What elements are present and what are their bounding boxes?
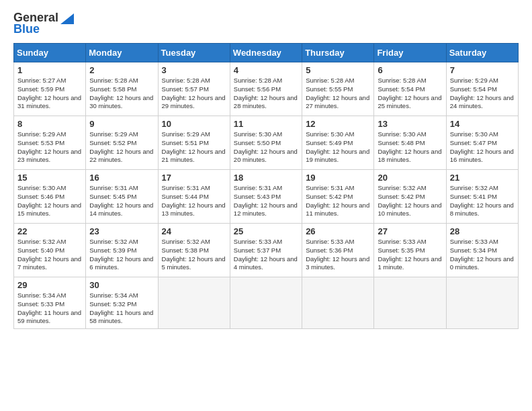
day-number: 5 <box>306 65 370 75</box>
cell-info: Sunrise: 5:28 AMSunset: 5:54 PMDaylight:… <box>378 77 442 111</box>
calendar-row-3: 15Sunrise: 5:30 AMSunset: 5:46 PMDayligh… <box>14 170 519 224</box>
calendar-cell-4-6: 28Sunrise: 5:33 AMSunset: 5:34 PMDayligh… <box>446 224 518 277</box>
weekday-header-row: SundayMondayTuesdayWednesdayThursdayFrid… <box>14 44 519 62</box>
calendar-row-5: 29Sunrise: 5:34 AMSunset: 5:33 PMDayligh… <box>14 277 519 329</box>
calendar-cell-4-1: 23Sunrise: 5:32 AMSunset: 5:39 PMDayligh… <box>86 224 158 277</box>
cell-info: Sunrise: 5:31 AMSunset: 5:44 PMDaylight:… <box>162 184 226 218</box>
page: General Blue SundayMondayTuesdayWednesda… <box>0 0 532 411</box>
cell-info: Sunrise: 5:32 AMSunset: 5:42 PMDaylight:… <box>378 184 442 218</box>
day-number: 27 <box>378 226 442 236</box>
cell-info: Sunrise: 5:28 AMSunset: 5:57 PMDaylight:… <box>162 77 226 111</box>
day-number: 23 <box>89 226 154 236</box>
calendar-cell-5-1: 30Sunrise: 5:34 AMSunset: 5:32 PMDayligh… <box>86 277 158 329</box>
day-number: 7 <box>450 65 515 75</box>
calendar-cell-4-0: 22Sunrise: 5:32 AMSunset: 5:40 PMDayligh… <box>14 224 86 277</box>
weekday-header-thursday: Thursday <box>302 44 374 62</box>
calendar-cell-2-2: 10Sunrise: 5:29 AMSunset: 5:51 PMDayligh… <box>158 116 230 170</box>
calendar-cell-5-4 <box>302 277 374 329</box>
day-number: 10 <box>162 119 226 129</box>
weekday-header-sunday: Sunday <box>14 44 86 62</box>
calendar-cell-2-6: 14Sunrise: 5:30 AMSunset: 5:47 PMDayligh… <box>446 116 518 170</box>
calendar-cell-5-3 <box>230 277 302 329</box>
day-number: 13 <box>378 119 442 129</box>
calendar-cell-3-5: 20Sunrise: 5:32 AMSunset: 5:42 PMDayligh… <box>374 170 446 224</box>
day-number: 9 <box>89 119 154 129</box>
cell-info: Sunrise: 5:29 AMSunset: 5:51 PMDaylight:… <box>162 130 226 165</box>
calendar-cell-5-0: 29Sunrise: 5:34 AMSunset: 5:33 PMDayligh… <box>14 277 86 329</box>
day-number: 28 <box>450 226 515 236</box>
calendar-cell-4-3: 25Sunrise: 5:33 AMSunset: 5:37 PMDayligh… <box>230 224 302 277</box>
svg-marker-0 <box>60 13 74 24</box>
calendar-cell-5-2 <box>158 277 230 329</box>
cell-info: Sunrise: 5:32 AMSunset: 5:39 PMDaylight:… <box>89 238 154 272</box>
calendar-cell-4-5: 27Sunrise: 5:33 AMSunset: 5:35 PMDayligh… <box>374 224 446 277</box>
cell-info: Sunrise: 5:30 AMSunset: 5:48 PMDaylight:… <box>378 130 442 165</box>
calendar-cell-1-4: 5Sunrise: 5:28 AMSunset: 5:55 PMDaylight… <box>302 62 374 116</box>
cell-info: Sunrise: 5:33 AMSunset: 5:34 PMDaylight:… <box>450 238 515 272</box>
cell-info: Sunrise: 5:29 AMSunset: 5:53 PMDaylight:… <box>17 130 82 165</box>
weekday-header-friday: Friday <box>374 44 446 62</box>
day-number: 25 <box>234 226 298 236</box>
calendar-cell-2-0: 8Sunrise: 5:29 AMSunset: 5:53 PMDaylight… <box>14 116 86 170</box>
calendar-cell-2-4: 12Sunrise: 5:30 AMSunset: 5:49 PMDayligh… <box>302 116 374 170</box>
cell-info: Sunrise: 5:32 AMSunset: 5:40 PMDaylight:… <box>17 238 82 272</box>
cell-info: Sunrise: 5:29 AMSunset: 5:52 PMDaylight:… <box>89 130 154 165</box>
day-number: 8 <box>17 119 82 129</box>
logo-arrow-icon <box>59 12 74 24</box>
calendar-cell-3-1: 16Sunrise: 5:31 AMSunset: 5:45 PMDayligh… <box>86 170 158 224</box>
day-number: 14 <box>450 119 515 129</box>
day-number: 24 <box>162 226 226 236</box>
calendar-cell-4-2: 24Sunrise: 5:32 AMSunset: 5:38 PMDayligh… <box>158 224 230 277</box>
header: General Blue <box>13 11 519 36</box>
cell-info: Sunrise: 5:30 AMSunset: 5:50 PMDaylight:… <box>234 130 298 165</box>
day-number: 17 <box>162 173 226 183</box>
weekday-header-wednesday: Wednesday <box>230 44 302 62</box>
calendar-cell-2-3: 11Sunrise: 5:30 AMSunset: 5:50 PMDayligh… <box>230 116 302 170</box>
weekday-header-saturday: Saturday <box>446 44 518 62</box>
cell-info: Sunrise: 5:33 AMSunset: 5:36 PMDaylight:… <box>306 238 370 272</box>
calendar-cell-1-6: 7Sunrise: 5:29 AMSunset: 5:54 PMDaylight… <box>446 62 518 116</box>
day-number: 1 <box>17 65 82 75</box>
logo-blue-text: Blue <box>13 22 40 36</box>
day-number: 2 <box>89 65 154 75</box>
cell-info: Sunrise: 5:32 AMSunset: 5:38 PMDaylight:… <box>162 238 226 272</box>
calendar-cell-5-6 <box>446 277 518 329</box>
day-number: 3 <box>162 65 226 75</box>
calendar-row-2: 8Sunrise: 5:29 AMSunset: 5:53 PMDaylight… <box>14 116 519 170</box>
calendar-row-4: 22Sunrise: 5:32 AMSunset: 5:40 PMDayligh… <box>14 224 519 277</box>
cell-info: Sunrise: 5:28 AMSunset: 5:55 PMDaylight:… <box>306 77 370 111</box>
cell-info: Sunrise: 5:32 AMSunset: 5:41 PMDaylight:… <box>450 184 515 218</box>
calendar-cell-5-5 <box>374 277 446 329</box>
cell-info: Sunrise: 5:34 AMSunset: 5:33 PMDaylight:… <box>17 291 82 326</box>
day-number: 26 <box>306 226 370 236</box>
day-number: 21 <box>450 173 515 183</box>
calendar-cell-3-3: 18Sunrise: 5:31 AMSunset: 5:43 PMDayligh… <box>230 170 302 224</box>
calendar-cell-4-4: 26Sunrise: 5:33 AMSunset: 5:36 PMDayligh… <box>302 224 374 277</box>
cell-info: Sunrise: 5:30 AMSunset: 5:49 PMDaylight:… <box>306 130 370 165</box>
day-number: 18 <box>234 173 298 183</box>
calendar-cell-1-2: 3Sunrise: 5:28 AMSunset: 5:57 PMDaylight… <box>158 62 230 116</box>
calendar-cell-1-0: 1Sunrise: 5:27 AMSunset: 5:59 PMDaylight… <box>14 62 86 116</box>
cell-info: Sunrise: 5:33 AMSunset: 5:37 PMDaylight:… <box>234 238 298 272</box>
cell-info: Sunrise: 5:27 AMSunset: 5:59 PMDaylight:… <box>17 77 82 111</box>
cell-info: Sunrise: 5:31 AMSunset: 5:45 PMDaylight:… <box>89 184 154 218</box>
cell-info: Sunrise: 5:29 AMSunset: 5:54 PMDaylight:… <box>450 77 515 111</box>
weekday-header-tuesday: Tuesday <box>158 44 230 62</box>
cell-info: Sunrise: 5:30 AMSunset: 5:47 PMDaylight:… <box>450 130 515 165</box>
calendar-cell-3-6: 21Sunrise: 5:32 AMSunset: 5:41 PMDayligh… <box>446 170 518 224</box>
cell-info: Sunrise: 5:28 AMSunset: 5:58 PMDaylight:… <box>89 77 154 111</box>
calendar-row-1: 1Sunrise: 5:27 AMSunset: 5:59 PMDaylight… <box>14 62 519 116</box>
cell-info: Sunrise: 5:31 AMSunset: 5:43 PMDaylight:… <box>234 184 298 218</box>
calendar-cell-1-1: 2Sunrise: 5:28 AMSunset: 5:58 PMDaylight… <box>86 62 158 116</box>
day-number: 22 <box>17 226 82 236</box>
cell-info: Sunrise: 5:30 AMSunset: 5:46 PMDaylight:… <box>17 184 82 218</box>
day-number: 16 <box>89 173 154 183</box>
calendar-table: SundayMondayTuesdayWednesdayThursdayFrid… <box>13 43 519 329</box>
logo: General Blue <box>13 11 75 36</box>
calendar-cell-1-5: 6Sunrise: 5:28 AMSunset: 5:54 PMDaylight… <box>374 62 446 116</box>
day-number: 4 <box>234 65 298 75</box>
calendar-cell-3-0: 15Sunrise: 5:30 AMSunset: 5:46 PMDayligh… <box>14 170 86 224</box>
day-number: 30 <box>89 280 154 290</box>
day-number: 20 <box>378 173 442 183</box>
calendar-cell-3-4: 19Sunrise: 5:31 AMSunset: 5:42 PMDayligh… <box>302 170 374 224</box>
